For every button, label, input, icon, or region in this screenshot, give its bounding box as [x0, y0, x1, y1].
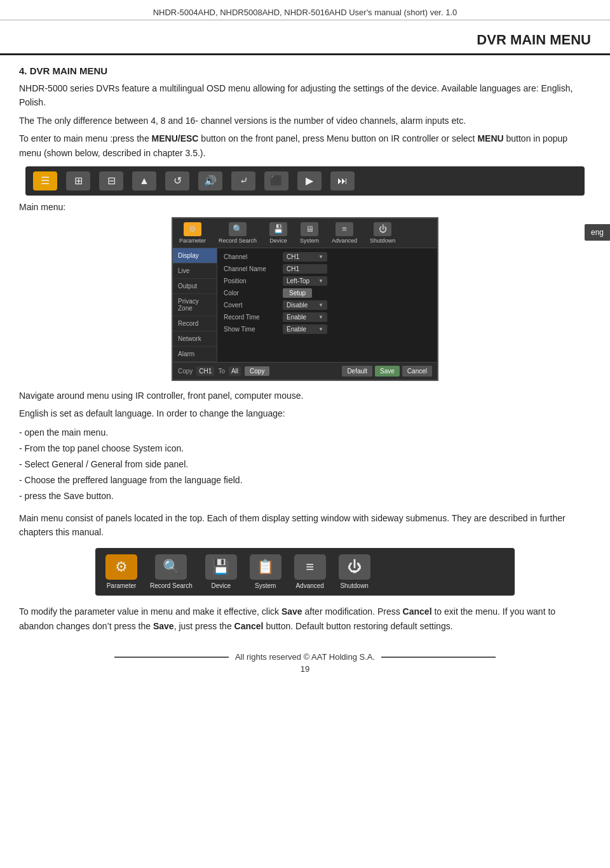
bullet4: - Choose the preffered language from the… [19, 472, 591, 488]
bullet3: - Select General / General from side pan… [19, 457, 591, 472]
para3-bold2: MENU [477, 133, 503, 144]
dvr-bottom-bar: Copy CH1 To All Copy Default Save Cancel [173, 362, 437, 380]
bottom-bar-item-system[interactable]: 📋System [250, 554, 281, 589]
form-value-4[interactable]: Disable ▼ [283, 300, 327, 310]
dvr-menu-body: DisplayLiveOutputPrivacy ZoneRecordNetwo… [173, 248, 437, 362]
dvr-main-content: ChannelCH1 ▼Channel NameCH1PositionLeft-… [217, 248, 437, 362]
para1: NHDR-5000 series DVRs feature a multilin… [19, 81, 591, 110]
footer-line-left [114, 657, 229, 658]
dvr-screenshot: ⚙Parameter🔍Record Search💾Device🖥System≡A… [172, 217, 438, 381]
para-modify-prefix: To modify the parameter value in menu an… [19, 606, 281, 617]
para2: The The only difference between 4, 8 and… [19, 114, 591, 128]
form-row-0: ChannelCH1 ▼ [224, 252, 431, 262]
top-menu-item-1[interactable]: ⊞ [66, 171, 90, 190]
copy-ch-select[interactable]: CH1 [196, 366, 214, 376]
para-modify: To modify the parameter value in menu an… [19, 604, 591, 633]
footer-text: All rights reserved © AAT Holding S.A. [235, 652, 375, 662]
dvr-top-icon-5[interactable]: ⏻Shutdown [370, 222, 395, 244]
sidebar-item-record[interactable]: Record [173, 316, 217, 331]
para-modify-suffix: , just press the [174, 621, 234, 631]
section-title: 4. DVR MAIN MENU [19, 65, 591, 76]
para-modify-mid: after modification. Press [302, 606, 403, 617]
sidebar-item-network[interactable]: Network [173, 331, 217, 347]
sidebar-item-live[interactable]: Live [173, 264, 217, 279]
dvr-top-icon-2[interactable]: 💾Device [269, 222, 287, 244]
top-menu-item-3[interactable]: ▲ [132, 171, 156, 190]
dvr-action-btns: Default Save Cancel [342, 366, 432, 377]
form-value-3[interactable]: Setup [283, 288, 312, 298]
bottom-bar-item-parameter[interactable]: ⚙Parameter [105, 554, 137, 589]
bottom-bar-item-advanced[interactable]: ≡Advanced [294, 554, 326, 589]
form-row-4: CovertDisable ▼ [224, 300, 431, 310]
top-menu-item-4[interactable]: ↺ [165, 171, 189, 190]
form-row-3: ColorSetup [224, 288, 431, 298]
bottom-bar-item-device[interactable]: 💾Device [205, 554, 237, 589]
cancel-btn[interactable]: Cancel [402, 366, 432, 377]
default-btn[interactable]: Default [342, 366, 372, 377]
footer-line-right [381, 657, 496, 658]
top-menu-item-6[interactable]: ⤶ [231, 171, 255, 190]
instruction-list: - open the main menu. - From the top pan… [19, 425, 591, 505]
form-label-6: Show Time [224, 326, 278, 333]
para-consist: Main menu consist of panels located in t… [19, 511, 591, 540]
form-label-4: Covert [224, 302, 278, 309]
top-menu-item-9[interactable]: ⏭ [330, 171, 355, 190]
form-label-1: Channel Name [224, 265, 278, 272]
sidebar-item-output[interactable]: Output [173, 279, 217, 294]
form-label-3: Color [224, 290, 278, 297]
dvr-title: DVR MAIN MENU [477, 32, 591, 48]
para3: To enter to main menu :press the MENU/ES… [19, 131, 591, 160]
sidebar-item-display[interactable]: Display [173, 248, 217, 264]
para-modify-suffix2: button. Default button restoring default… [264, 621, 453, 631]
top-menu-item-2[interactable]: ⊟ [99, 171, 123, 190]
form-value-5[interactable]: Enable ▼ [283, 312, 327, 322]
para3-bold: MENU/ESC [152, 133, 199, 144]
form-value-1[interactable]: CH1 [283, 264, 327, 274]
bottom-menu-bar: ⚙Parameter🔍Record Search💾Device📋System≡A… [95, 548, 515, 596]
para2-body: The only difference between 4, 8 and 16-… [37, 116, 466, 126]
eng-badge: eng [585, 224, 610, 241]
para-modify-bold3: Save [153, 621, 174, 631]
dvr-top-icon-3[interactable]: 🖥System [300, 222, 319, 244]
para-modify-bold4: Cancel [234, 621, 264, 631]
dvr-top-icon-4[interactable]: ≡Advanced [332, 222, 357, 244]
form-row-6: Show TimeEnable ▼ [224, 324, 431, 334]
bottom-bar-item-record-search[interactable]: 🔍Record Search [150, 554, 193, 589]
form-label-0: Channel [224, 253, 278, 260]
form-label-2: Position [224, 277, 278, 284]
form-value-6[interactable]: Enable ▼ [283, 324, 327, 334]
form-value-0[interactable]: CH1 ▼ [283, 252, 327, 262]
top-menu-item-0[interactable]: ☰ [33, 171, 57, 190]
form-row-2: PositionLeft-Top ▼ [224, 276, 431, 286]
dvr-top-icons: ⚙Parameter🔍Record Search💾Device🖥System≡A… [173, 218, 437, 248]
bullet5: - press the Save button. [19, 488, 591, 504]
bullet2: - From the top panel choose System icon. [19, 441, 591, 457]
top-menu-item-5[interactable]: 🔊 [198, 171, 222, 190]
bottom-bar-item-shutdown[interactable]: ⏻Shutdown [339, 554, 370, 589]
footer-line: All rights reserved © AAT Holding S.A. [19, 652, 591, 662]
para3-mid: button on the front panel, press Menu bu… [198, 133, 477, 144]
dvr-title-bar: DVR MAIN MENU [0, 20, 610, 55]
copy-btn[interactable]: Copy [245, 366, 269, 376]
page-header: NHDR-5004AHD, NHDR5008AHD, NHDR-5016AHD … [0, 0, 610, 20]
page-footer: All rights reserved © AAT Holding S.A. 1… [0, 646, 610, 680]
main-menu-label: Main menu: [19, 202, 591, 212]
para2-the: The [19, 116, 37, 126]
dvr-sidebar: DisplayLiveOutputPrivacy ZoneRecordNetwo… [173, 248, 217, 362]
para-modify-bold: Save [281, 606, 302, 617]
form-row-5: Record TimeEnable ▼ [224, 312, 431, 322]
top-menu-item-7[interactable]: ⬛ [264, 171, 288, 190]
sidebar-item-alarm[interactable]: Alarm [173, 347, 217, 362]
dvr-top-icon-0[interactable]: ⚙Parameter [179, 222, 206, 244]
copy-label: Copy [178, 368, 193, 375]
top-menu-item-8[interactable]: ▶ [297, 171, 322, 190]
to-select[interactable]: All [229, 366, 241, 376]
dvr-top-icon-1[interactable]: 🔍Record Search [219, 222, 257, 244]
save-btn[interactable]: Save [375, 366, 400, 377]
nav-text1: Navigate around menu using IR controller… [19, 389, 591, 403]
top-menu-bar-first: ☰⊞⊟▲↺🔊⤶⬛▶⏭ [25, 166, 585, 196]
form-row-1: Channel NameCH1 [224, 264, 431, 274]
sidebar-item-privacy zone[interactable]: Privacy Zone [173, 294, 217, 316]
form-label-5: Record Time [224, 314, 278, 321]
form-value-2[interactable]: Left-Top ▼ [283, 276, 327, 286]
